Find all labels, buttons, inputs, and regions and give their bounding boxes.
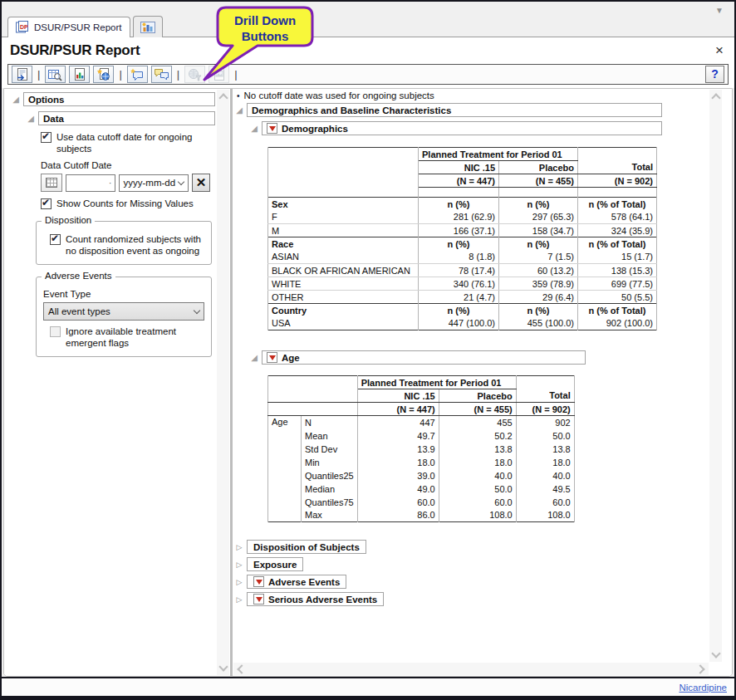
- section-header[interactable]: Adverse Events: [247, 575, 346, 589]
- red-triangle-icon: [256, 580, 263, 585]
- age-table: Planned Treatment for Period 01NIC .15Pl…: [267, 375, 575, 522]
- value-cell: 324 (35.9): [578, 224, 657, 237]
- checkbox-icon: [41, 132, 52, 143]
- ignore-flags-checkbox[interactable]: Ignore available treatment emergent flag…: [50, 326, 204, 349]
- help-button[interactable]: ?: [705, 66, 724, 83]
- event-type-value: All event types: [48, 306, 110, 316]
- cutoff-date-label: Data Cutoff Date: [41, 160, 210, 170]
- age-header[interactable]: Age: [262, 350, 586, 365]
- checkbox-icon: [50, 326, 61, 337]
- stat-header-cell: n (%): [499, 304, 578, 317]
- checkbox-label: Show Counts for Missing Values: [56, 198, 194, 209]
- stat-label-cell: Mean: [302, 429, 358, 443]
- spacer-cell: [419, 188, 499, 198]
- bar-chart-icon: [140, 21, 156, 34]
- event-type-row: All event types: [43, 302, 204, 321]
- options-scrollbar[interactable]: [217, 90, 229, 675]
- drill-down-button[interactable]: [267, 352, 277, 363]
- options-header-label: Options: [28, 95, 64, 105]
- scroll-down-icon[interactable]: [218, 663, 228, 673]
- scroll-right-icon[interactable]: [697, 664, 706, 673]
- disclosure-open-icon[interactable]: ◢: [11, 95, 21, 105]
- toolbar-row: |||| ?: [2, 63, 734, 88]
- create-report-button[interactable]: [12, 66, 32, 83]
- disclosure-closed-icon[interactable]: ▷: [234, 542, 244, 552]
- scroll-up-icon[interactable]: [711, 92, 720, 101]
- cutoff-date-input[interactable]: ·: [66, 174, 115, 192]
- use-cutoff-checkbox[interactable]: Use data cutoff date for ongoing subject…: [41, 131, 210, 154]
- disclosure-open-icon[interactable]: ◢: [26, 114, 36, 124]
- value-cell: 29 (6.4): [499, 291, 578, 304]
- group-name-cell: Race: [268, 237, 419, 251]
- section-header[interactable]: Serious Adverse Events: [247, 592, 384, 606]
- drill-down-button[interactable]: [267, 123, 277, 134]
- chart-report-button[interactable]: [69, 66, 90, 83]
- calendar-button[interactable]: [41, 174, 62, 192]
- value-cell: 60.0: [357, 496, 439, 509]
- table-row: Quantiles2539.040.040.0: [268, 469, 575, 482]
- disclosure-open-icon[interactable]: ◢: [234, 105, 244, 115]
- scroll-left-icon[interactable]: [236, 664, 245, 673]
- toolbar-menu-icon[interactable]: ▼: [715, 7, 724, 15]
- data-header[interactable]: Data: [38, 111, 215, 125]
- stat-header-cell: n (% of Total): [578, 237, 657, 251]
- value-cell: 13.8: [439, 443, 516, 456]
- value-cell: 60 (13.2): [499, 264, 578, 277]
- dsur-psur-window: DP DSUR/PSUR Report ▼ DSUR/PSUR Report ×…: [0, 0, 736, 700]
- report-hscrollbar[interactable]: [233, 663, 709, 675]
- value-cell: 108.0: [516, 509, 574, 522]
- stat-header-cell: n (% of Total): [578, 304, 657, 317]
- disclosure-closed-icon[interactable]: ▷: [234, 577, 244, 587]
- disclosure-closed-icon[interactable]: ▷: [234, 560, 244, 570]
- data-outline: ◢ Data: [26, 111, 215, 125]
- scroll-up-icon[interactable]: [218, 92, 228, 101]
- value-cell: 7 (1.5): [499, 251, 578, 264]
- disposition-legend: Disposition: [42, 215, 95, 225]
- value-cell: 13.8: [516, 443, 574, 456]
- options-header[interactable]: Options: [23, 92, 215, 106]
- table-row: Min18.018.018.0: [268, 456, 575, 469]
- tab-chart[interactable]: [133, 16, 163, 37]
- demographics-header-label: Demographics: [282, 124, 348, 134]
- disclosure-open-icon[interactable]: ◢: [249, 353, 259, 363]
- n-count-cell: (N = 455): [439, 403, 516, 416]
- options-panel: ◢ Options ◢ Data Use data cutoff date fo…: [4, 89, 230, 676]
- value-cell: 359 (78.9): [499, 277, 578, 291]
- clear-date-button[interactable]: ✕: [192, 174, 210, 192]
- table-row: Quantiles7560.060.060.0: [268, 496, 575, 509]
- disclosure-closed-icon[interactable]: ▷: [234, 595, 244, 605]
- scroll-down-icon[interactable]: [711, 650, 720, 659]
- disclosure-open-icon[interactable]: ◢: [249, 124, 259, 134]
- drill-down-button[interactable]: [253, 594, 264, 605]
- add-note-button[interactable]: [127, 66, 148, 83]
- drill-down-button[interactable]: [253, 576, 264, 587]
- status-bar: Nicardipine: [2, 677, 734, 696]
- doc-chart-icon: [72, 68, 87, 81]
- toolbar-divider: |: [119, 68, 121, 81]
- report-content: • No cutoff date was used for ongoing su…: [233, 89, 709, 662]
- event-type-select[interactable]: All event types: [43, 302, 204, 321]
- demographics-header[interactable]: Demographics: [262, 121, 662, 135]
- view-data-button[interactable]: [45, 66, 66, 83]
- stat-label-cell: Min: [302, 456, 358, 469]
- show-counts-checkbox[interactable]: Show Counts for Missing Values: [41, 198, 210, 209]
- row-label-cell: BLACK OR AFRICAN AMERICAN: [268, 264, 419, 277]
- column-header-cell: Total: [516, 389, 574, 403]
- review-notes-button[interactable]: [151, 66, 172, 83]
- tab-dsur-psur-report[interactable]: DP DSUR/PSUR Report: [7, 17, 130, 37]
- study-link[interactable]: Nicardipine: [679, 683, 727, 693]
- date-format-select[interactable]: yyyy-mm-dd: [119, 174, 189, 192]
- callout-bubble: Drill Down Buttons: [191, 5, 321, 85]
- table-row: USA447 (100.0)455 (100.0)902 (100.0): [268, 317, 657, 330]
- count-randomized-checkbox[interactable]: Count randomized subjects with no dispos…: [50, 233, 204, 257]
- value-cell: 578 (64.1): [578, 211, 657, 224]
- report-vscrollbar[interactable]: [709, 90, 722, 662]
- table-row: ASIAN8 (1.8)7 (1.5)15 (1.7): [268, 251, 657, 264]
- section-header[interactable]: Exposure: [247, 557, 303, 571]
- close-icon[interactable]: ×: [713, 44, 726, 57]
- dbc-header[interactable]: Demographics and Baseline Characteristic…: [247, 103, 662, 117]
- notes-pair-icon: [154, 68, 169, 81]
- value-cell: 902 (100.0): [578, 317, 657, 330]
- section-header[interactable]: Disposition of Subjects: [247, 540, 366, 554]
- publish-report-button[interactable]: [93, 66, 114, 83]
